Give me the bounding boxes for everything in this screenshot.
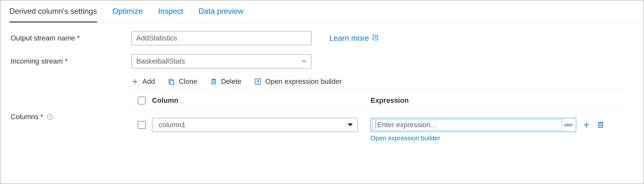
clone-label: Clone [179,77,197,86]
incoming-stream-value: BasketballStats [136,57,185,66]
open-external-icon [372,34,379,43]
columns-label-text: Columns [11,113,39,121]
tab-inspect[interactable]: Inspect [158,2,183,22]
tab-derived-column-settings[interactable]: Derived column's settings [9,2,97,22]
tabs-bar: Derived column's settings Optimize Inspe… [0,0,644,23]
column-name-value: column1 [159,121,185,129]
tab-data-preview[interactable]: Data preview [199,2,244,22]
add-label: Add [142,77,155,86]
row-actions [582,120,605,129]
type-badge: ANY [562,123,575,127]
columns-table: Column Expression column1 [131,90,626,142]
delete-label: Delete [221,77,242,86]
select-all-checkbox[interactable] [138,97,146,104]
column-name-dropdown[interactable]: column1 [152,118,358,132]
output-stream-label-text: Output stream name [11,34,75,42]
incoming-stream-select[interactable]: BasketballStats [131,54,311,68]
clone-icon [168,78,175,85]
delete-row-button[interactable] [596,120,605,129]
required-asterisk: * [65,57,68,66]
trash-icon [210,78,217,85]
derived-column-settings-panel: Derived column's settings Optimize Inspe… [0,0,644,184]
open-expression-builder-link[interactable]: Open expression builder [371,135,626,142]
output-stream-row: Output stream name * Learn more [11,31,635,45]
required-asterisk: * [77,34,80,42]
add-button[interactable]: Add [131,77,155,86]
plus-icon [131,78,139,85]
columns-toolbar: Add Clone Delete Open expression builder [131,77,635,86]
columns-label: Columns * i [11,113,131,121]
learn-more-link[interactable]: Learn more [329,34,379,43]
svg-rect-1 [170,80,174,84]
open-external-icon [254,78,261,85]
column-header: Column [152,96,371,105]
tab-optimize[interactable]: Optimize [112,2,143,22]
incoming-stream-label-text: Incoming stream [11,57,63,66]
columns-table-header: Column Expression [131,90,626,111]
expression-placeholder: Enter expression... [377,121,436,129]
settings-body: Output stream name * Learn more Incoming… [0,23,644,142]
chevron-down-icon [301,57,307,66]
clone-button[interactable]: Clone [168,77,197,86]
output-stream-label: Output stream name * [11,34,131,42]
row-checkbox[interactable] [138,121,146,129]
caret-down-icon [348,123,353,127]
info-icon[interactable]: i [47,114,53,120]
required-asterisk: * [40,113,43,121]
delete-button[interactable]: Delete [210,77,242,86]
expression-input[interactable]: Enter expression... ANY [371,118,576,132]
open-builder-label: Open expression builder [265,77,342,86]
incoming-stream-row: Incoming stream * BasketballStats [11,54,635,68]
add-row-button[interactable] [582,120,591,129]
open-expression-builder-button[interactable]: Open expression builder [254,77,342,86]
text-cursor [376,121,376,129]
table-row: column1 Enter expression... ANY [131,111,626,142]
output-stream-input[interactable] [131,31,311,45]
incoming-stream-label: Incoming stream * [11,57,131,66]
expression-header: Expression [371,96,626,105]
learn-more-text: Learn more [329,34,369,43]
